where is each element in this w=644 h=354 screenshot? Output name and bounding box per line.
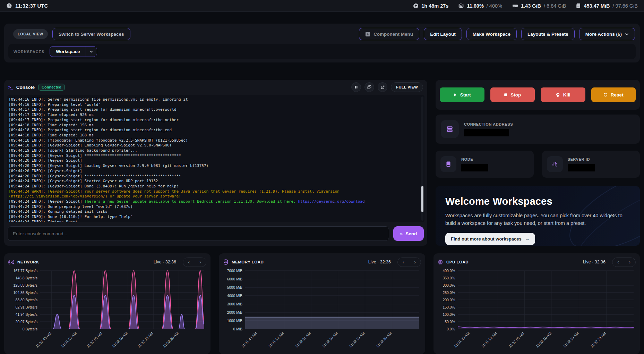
stop-label: Stop [510,92,521,98]
edit-layout-button[interactable]: Edit Layout [424,28,462,40]
server-id-value-redacted [568,164,595,171]
memory-total: / 6.84 GiB [544,3,566,9]
more-actions-button[interactable]: More Actions (6) [579,28,635,40]
storage-used: 453.47 MiB [584,3,610,9]
console-line: [09:44:24 INFO]: Running delayed init ta… [9,209,418,214]
clock-group: 11:32:37 UTC [6,3,48,9]
svg-text:400.0%: 400.0% [443,269,455,273]
cpu-used: 11.60% [467,3,483,9]
reset-server-button[interactable]: Reset [591,87,636,102]
svg-text:11:31:52 AM: 11:31:52 AM [60,331,78,348]
svg-text:1000 MiB: 1000 MiB [227,319,242,323]
svg-text:41.94 Bytes/s: 41.94 Bytes/s [15,312,37,317]
full-view-button[interactable]: FULL VIEW [391,82,423,92]
start-server-button[interactable]: Start [440,87,484,102]
console-line: [09:44:20 INFO]: [Geyser-Spigot] Loading… [9,163,418,169]
local-view-badge: LOCAL VIEW [13,29,48,39]
network-widget: NETWORK Live · 32:36 ‹ › 167.77 Bytes/s1… [4,253,211,354]
open-external-button[interactable] [378,82,387,92]
pause-console-button[interactable] [351,82,361,92]
cpu-chart-nav: ‹ › [612,258,636,267]
network-chart: 167.77 Bytes/s146.8 Bytes/s125.83 Bytes/… [8,269,206,351]
cpu-chart: 400.0%350.0%300.0%250.0%200.0%150.0%100.… [438,269,636,351]
svg-text:100.0%: 100.0% [443,312,455,317]
cpu-total: / 400% [487,3,502,9]
memory-icon [512,3,518,9]
stop-icon [504,93,507,96]
chevron-left-icon[interactable]: ‹ [403,260,404,264]
svg-text:11:32:10 AM: 11:32:10 AM [535,331,552,348]
workspace-select[interactable]: Workspace [50,46,97,57]
svg-text:11:31:43 AM: 11:31:43 AM [35,331,52,348]
uptime-icon [413,3,419,9]
svg-text:11:32:19 AM: 11:32:19 AM [137,331,154,348]
kill-label: Kill [563,92,570,98]
svg-text:7000 MiB: 7000 MiB [227,269,242,273]
svg-text:300.0%: 300.0% [443,283,455,287]
workspaces-label: WORKSPACES [14,50,44,54]
make-workspace-button[interactable]: Make Workspace [466,28,517,40]
console-command-input[interactable] [8,226,389,241]
resource-stats: 1h 48m 27s 11.60% / 400% 1.43 GiB / 6.84… [413,3,638,9]
storage-total: / 97.66 GiB [612,3,638,9]
memory-stat: 1.43 GiB / 6.84 GiB [512,3,566,9]
workspaces-bar: WORKSPACES Workspace [8,44,636,59]
workspace-chevron-down-icon[interactable] [86,47,97,57]
workspace-selected-value: Workspace [50,47,86,57]
chevron-down-icon [625,32,629,36]
kill-server-button[interactable]: Kill [541,87,585,102]
console-scrollbar-thumb[interactable] [421,186,423,212]
network-icon [8,259,14,265]
cpu-stat: 11.60% / 400% [458,3,502,9]
reset-label: Reset [611,92,624,98]
memory-live-label: Live · 32:36 [368,260,391,264]
edit-layout-label: Edit Layout [430,32,456,37]
svg-text:3000 MiB: 3000 MiB [227,302,242,306]
workspace-toolbar: LOCAL VIEW Switch to Server Workspaces C… [4,24,640,62]
node-label: NODE [461,157,488,161]
arrow-right-icon: → [525,236,530,242]
send-icon: » [400,231,403,236]
database-icon [223,259,229,265]
find-out-more-button[interactable]: Find out more about workspaces → [445,233,535,245]
chevron-right-icon[interactable]: › [414,260,416,264]
svg-text:11:31:43 AM: 11:31:43 AM [453,331,471,348]
console-scrollbar-track[interactable] [421,96,423,221]
chevron-left-icon[interactable]: ‹ [188,260,190,264]
console-output[interactable]: [09:44:16 INFO]: Server permissions file… [7,95,424,222]
svg-text:167.77 Bytes/s: 167.77 Bytes/s [14,269,37,273]
stop-server-button[interactable]: Stop [490,87,535,102]
console-line: [09:44:16 INFO]: Server permissions file… [9,97,418,102]
send-command-button[interactable]: » Send [393,226,424,241]
svg-text:11:32:01 AM: 11:32:01 AM [508,331,525,348]
connected-status-badge: Connected [38,84,65,91]
svg-text:104.86 Bytes/s: 104.86 Bytes/s [14,290,37,295]
memory-chart: 7000 MiB6000 MiB5000 MiB4000 MiB3000 MiB… [223,269,421,351]
svg-text:0 MiB: 0 MiB [233,327,242,331]
switch-server-workspaces-label: Switch to Server Workspaces [59,32,124,37]
welcome-workspaces-card: Welcome Workspaces Workspaces are fully … [436,186,640,246]
layouts-presets-button[interactable]: Layouts & Presets [521,28,575,40]
console-header: >_ Console Connected FULL VIEW [4,80,427,94]
cpu-icon [458,3,464,9]
chevron-right-icon[interactable]: › [629,260,630,264]
chevron-right-icon[interactable]: › [199,260,201,264]
hard-drive-icon [440,156,456,172]
svg-text:11:31:52 AM: 11:31:52 AM [267,331,285,348]
switch-server-workspaces-button[interactable]: Switch to Server Workspaces [52,28,130,40]
component-menu-button[interactable]: Component Menu [359,28,419,40]
svg-text:11:32:19 AM: 11:32:19 AM [562,331,579,348]
storage-icon [576,3,581,8]
toolbar-row-main: LOCAL VIEW Switch to Server Workspaces C… [8,27,636,41]
svg-text:50.0%: 50.0% [445,320,455,324]
svg-text:150.0%: 150.0% [443,305,455,309]
chevron-left-icon[interactable]: ‹ [617,260,619,264]
cpu-live-label: Live · 32:36 [583,260,606,264]
clock-label: 11:32:37 UTC [15,3,48,9]
copy-console-button[interactable] [364,82,374,92]
console-line: [09:44:17 INFO]: Time elapsed: 926 ms [9,112,418,118]
console-line: [09:44:20 INFO]: [Geyser-Spigot] [9,158,418,163]
plus-square-icon [365,32,370,37]
skull-icon [556,93,560,97]
console-line: [09:44:17 INFO]: Preparing start region … [9,118,418,123]
